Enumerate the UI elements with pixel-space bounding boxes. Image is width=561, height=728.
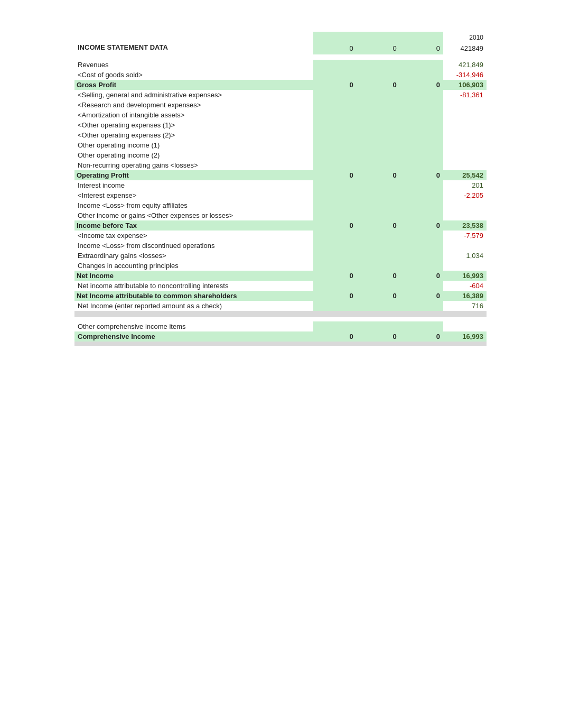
c2-net-income-common: 0 — [357, 291, 400, 301]
label-net-income: Net Income — [74, 271, 313, 281]
label-acct-changes: Changes in accounting principles — [74, 261, 313, 271]
col3-header — [400, 32, 443, 41]
label-non-recurring: Non-recurring operating gains <losses> — [74, 160, 313, 170]
c1-equity-affiliates — [313, 200, 357, 210]
c3-comprehensive-income: 0 — [400, 331, 443, 342]
col1-total: 0 — [313, 41, 357, 54]
year-label: 2010 — [443, 32, 487, 41]
c4-other-op-exp1 — [443, 120, 487, 130]
row-equity-affiliates: Income <Loss> from equity affiliates — [74, 200, 487, 210]
label-other-income: Other income or gains <Other expenses or… — [74, 210, 313, 220]
c3-amort — [400, 110, 443, 120]
c1-extraordinary — [313, 251, 357, 261]
row-extraordinary: Extraordinary gains <losses>1,034 — [74, 251, 487, 261]
c1-discontinued — [313, 241, 357, 251]
row-net-income: Net Income00016,993 — [74, 271, 487, 281]
c1-amort — [313, 110, 357, 120]
c4-net-income: 16,993 — [443, 271, 487, 281]
c1-acct-changes — [313, 261, 357, 271]
col2-header — [357, 32, 400, 41]
c3-tax-expense — [400, 231, 443, 241]
section-spacer — [74, 311, 487, 317]
c4-interest-expense: -2,205 — [443, 190, 487, 200]
c1-noncontrolling — [313, 281, 357, 291]
c2-acct-changes — [357, 261, 400, 271]
c2-cogs — [357, 70, 400, 80]
c1-other-comprehensive — [313, 321, 357, 331]
c2-net-income-check — [357, 301, 400, 311]
c4-non-recurring — [443, 160, 487, 170]
c4-other-op-inc1 — [443, 140, 487, 150]
row-comprehensive-income: Comprehensive Income00016,993 — [74, 331, 487, 342]
c4-net-income-check: 716 — [443, 301, 487, 311]
row-other-comprehensive: Other comprehensive income items — [74, 321, 487, 331]
row-net-income-common: Net Income attributable to common shareh… — [74, 291, 487, 301]
label-interest-expense: <Interest expense> — [74, 190, 313, 200]
label-other-op-inc2: Other operating income (2) — [74, 150, 313, 160]
c2-equity-affiliates — [357, 200, 400, 210]
c4-revenues: 421,849 — [443, 60, 487, 70]
c2-comprehensive-income: 0 — [357, 331, 400, 342]
c4-operating-profit: 25,542 — [443, 170, 487, 180]
c3-cogs — [400, 70, 443, 80]
label-other-comprehensive: Other comprehensive income items — [74, 321, 313, 331]
c3-operating-profit: 0 — [400, 170, 443, 180]
row-interest-expense: <Interest expense>-2,205 — [74, 190, 487, 200]
c1-other-op-exp2 — [313, 130, 357, 140]
c1-other-income — [313, 210, 357, 220]
label-income-before-tax: Income before Tax — [74, 220, 313, 231]
bottom-section-body: Other comprehensive income itemsComprehe… — [74, 317, 487, 346]
c1-net-income-check — [313, 301, 357, 311]
c4-cogs: -314,946 — [443, 70, 487, 80]
c4-tax-expense: -7,579 — [443, 231, 487, 241]
row-income-before-tax: Income before Tax00023,538 — [74, 220, 487, 231]
section-title: INCOME STATEMENT DATA — [74, 41, 313, 54]
row-sga: <Selling, general and administrative exp… — [74, 90, 487, 100]
c3-other-op-exp2 — [400, 130, 443, 140]
c1-rd — [313, 100, 357, 110]
c1-non-recurring — [313, 160, 357, 170]
c2-tax-expense — [357, 231, 400, 241]
c1-net-income-common: 0 — [313, 291, 357, 301]
c4-gross-profit: 106,903 — [443, 80, 487, 90]
c1-comprehensive-income: 0 — [313, 331, 357, 342]
c3-other-op-inc2 — [400, 150, 443, 160]
label-net-income-common: Net Income attributable to common shareh… — [74, 291, 313, 301]
label-gross-profit: Gross Profit — [74, 80, 313, 90]
row-cogs: <Cost of goods sold>-314,946 — [74, 70, 487, 80]
c2-other-income — [357, 210, 400, 220]
c2-noncontrolling — [357, 281, 400, 291]
c3-discontinued — [400, 241, 443, 251]
bottom-spacer-bottom — [74, 342, 487, 346]
c3-other-income — [400, 210, 443, 220]
c3-rd — [400, 100, 443, 110]
label-other-op-exp1: <Other operating expenses (1)> — [74, 120, 313, 130]
label-net-income-check: Net Income (enter reported amount as a c… — [74, 301, 313, 311]
c3-acct-changes — [400, 261, 443, 271]
c4-noncontrolling: -604 — [443, 281, 487, 291]
row-other-op-inc1: Other operating income (1) — [74, 140, 487, 150]
c3-extraordinary — [400, 251, 443, 261]
c3-other-op-exp1 — [400, 120, 443, 130]
c2-revenues — [357, 60, 400, 70]
c3-noncontrolling — [400, 281, 443, 291]
row-acct-changes: Changes in accounting principles — [74, 261, 487, 271]
c4-other-comprehensive — [443, 321, 487, 331]
row-discontinued: Income <Loss> from discontinued operatio… — [74, 241, 487, 251]
c4-other-op-exp2 — [443, 130, 487, 140]
c4-income-before-tax: 23,538 — [443, 220, 487, 231]
row-other-income: Other income or gains <Other expenses or… — [74, 210, 487, 220]
c4-comprehensive-income: 16,993 — [443, 331, 487, 342]
c1-income-before-tax: 0 — [313, 220, 357, 231]
c4-rd — [443, 100, 487, 110]
c1-operating-profit: 0 — [313, 170, 357, 180]
row-other-op-inc2: Other operating income (2) — [74, 150, 487, 160]
label-revenues: Revenues — [74, 60, 313, 70]
c4-amort — [443, 110, 487, 120]
c1-net-income: 0 — [313, 271, 357, 281]
c4-equity-affiliates — [443, 200, 487, 210]
c1-other-op-inc2 — [313, 150, 357, 160]
label-amort: <Amortization of intangible assets> — [74, 110, 313, 120]
row-noncontrolling: Net income attributable to noncontrollin… — [74, 281, 487, 291]
bottom-spacer-top — [74, 317, 487, 321]
